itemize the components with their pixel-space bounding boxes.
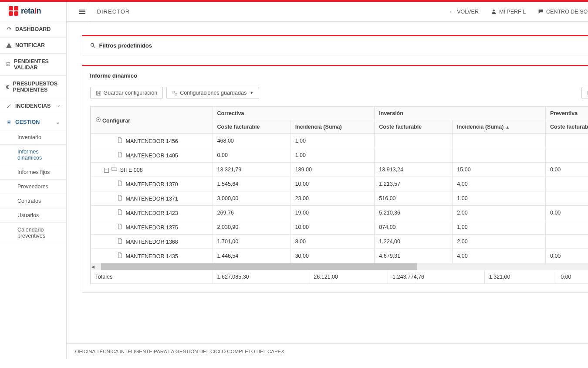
cell xyxy=(453,134,546,148)
saved-configs-button[interactable]: Configuraciones guardadas▼ xyxy=(166,87,259,99)
table-row[interactable]: MANTENEDOR 14050,001,00 xyxy=(91,148,588,163)
back-link[interactable]: ←VOLVER xyxy=(449,9,479,15)
file-icon xyxy=(117,238,123,244)
table-row[interactable]: MANTENEDOR 14351.446,5430,004.679,314,00… xyxy=(91,249,588,263)
profile-link[interactable]: MI PERFIL xyxy=(491,9,526,15)
col-inv-incidencia[interactable]: Incidencia (Suma)▲ xyxy=(453,120,546,134)
group-correctiva[interactable]: Correctiva xyxy=(213,107,375,120)
nav-incidencias[interactable]: INCIDENCIAS‹ xyxy=(0,98,66,114)
filters-toggle[interactable]: Filtros predefinidos ⌄ xyxy=(82,36,588,55)
cell: 19,00 xyxy=(291,206,375,220)
group-inversion[interactable]: Inversión xyxy=(375,107,546,120)
cell: 4,00 xyxy=(453,177,546,191)
nav-pendientes-validar[interactable]: PENDIENTES VALIDAR xyxy=(0,54,66,76)
nav-presupuestos[interactable]: €PRESUPUESTOS PENDIENTES xyxy=(0,76,66,98)
cell: 30,00 xyxy=(291,249,375,263)
table-row[interactable]: MANTENEDOR 13752.030,9010,00874,001,00 xyxy=(91,220,588,235)
subnav-calendario[interactable]: Calendario preventivos xyxy=(0,223,66,243)
subnav-informes-fijos[interactable]: Informes fijos xyxy=(0,165,66,180)
table-row[interactable]: −SITE 00813.321,79139,0013.913,2415,000,… xyxy=(91,163,588,177)
table-row[interactable]: MANTENEDOR 1456468,001,00 xyxy=(91,134,588,148)
svg-point-4 xyxy=(173,91,175,93)
cell xyxy=(545,191,588,206)
footer: OFICINA TÉCNICA INTELIGENTE PARA LA GEST… xyxy=(67,343,588,359)
cell: 0,00 xyxy=(545,206,588,220)
collapse-icon[interactable]: − xyxy=(104,168,109,173)
support-link[interactable]: CENTRO DE SOPORTE xyxy=(538,9,588,15)
cell: 1,00 xyxy=(453,191,546,206)
cell xyxy=(545,235,588,249)
table-row[interactable]: MANTENEDOR 13713.000,0023,00516,001,00 xyxy=(91,191,588,206)
subnav-contratos[interactable]: Contratos xyxy=(0,194,66,208)
report-panel: Informe dinámico Guardar configuración C… xyxy=(82,65,588,293)
cell: 15,00 xyxy=(453,163,546,177)
gear-icon xyxy=(95,117,101,123)
cell xyxy=(545,134,588,148)
subnav-usuarios[interactable]: Usuarios xyxy=(0,208,66,223)
cell: 0,00 xyxy=(213,148,291,163)
subnav-proveedores[interactable]: Proveedores xyxy=(0,180,66,194)
caret-down-icon: ▼ xyxy=(250,91,253,95)
cell: 23,00 xyxy=(291,191,375,206)
col-prev-coste[interactable]: Coste facturable xyxy=(545,120,588,134)
user-icon xyxy=(491,9,497,14)
col-corr-incidencia[interactable]: Incidencia (Suma) xyxy=(291,120,375,134)
cell: 2.030,90 xyxy=(213,220,291,235)
euro-icon: € xyxy=(6,84,10,90)
cell: 874,00 xyxy=(375,220,453,235)
scrollbar-thumb[interactable] xyxy=(101,263,417,270)
scroll-left-icon: ◀ xyxy=(91,265,96,269)
cell: 4,00 xyxy=(453,249,546,263)
hamburger-icon xyxy=(79,10,85,14)
cell: 1.446,54 xyxy=(213,249,291,263)
search-icon xyxy=(90,43,96,48)
cell: 13.913,24 xyxy=(375,163,453,177)
file-icon xyxy=(117,209,123,215)
cell: 1.701,00 xyxy=(213,235,291,249)
cell: 1,00 xyxy=(291,148,375,163)
col-corr-coste[interactable]: Coste facturable xyxy=(213,120,291,134)
horizontal-scrollbar[interactable]: ◀ ▶ xyxy=(91,263,588,270)
cell: 1.545,64 xyxy=(213,177,291,191)
cell: 1,00 xyxy=(291,134,375,148)
totals-prev-cost: 0,00 xyxy=(556,270,588,284)
subnav-inventario[interactable]: Inventario xyxy=(0,130,66,145)
totals-corr-cost: 1.627.085,30 xyxy=(213,270,309,284)
svg-point-6 xyxy=(97,119,98,120)
cell: 0,00 xyxy=(545,249,588,263)
nav-notificar[interactable]: NOTIFICAR xyxy=(0,37,66,54)
wrench-icon xyxy=(6,103,12,109)
cell xyxy=(545,220,588,235)
save-config-button[interactable]: Guardar configuración xyxy=(90,87,163,99)
report-title: Informe dinámico xyxy=(90,72,588,79)
table-row[interactable]: MANTENEDOR 13701.545,6410,001.213,574,00 xyxy=(91,177,588,191)
subnav-informes-dinamicos[interactable]: Informes dinámicos xyxy=(0,145,66,165)
configure-header[interactable]: Configurar xyxy=(91,107,213,134)
totals-label: Totales xyxy=(91,270,213,284)
cell: 1.224,00 xyxy=(375,235,453,249)
cell xyxy=(453,148,546,163)
totals-row: Totales 1.627.085,30 26.121,00 1.243.774… xyxy=(91,270,588,284)
export-excel-button[interactable]: Excel xyxy=(581,87,588,99)
cell: 2,00 xyxy=(453,235,546,249)
arrow-left-icon: ← xyxy=(449,9,455,15)
sort-asc-icon: ▲ xyxy=(505,125,510,129)
group-preventiva[interactable]: Preventiva xyxy=(545,107,588,120)
comment-icon xyxy=(538,9,544,14)
footer-tagline: OFICINA TÉCNICA INTELIGENTE PARA LA GEST… xyxy=(75,349,284,354)
cell: 5.210,36 xyxy=(375,206,453,220)
col-inv-coste[interactable]: Coste facturable xyxy=(375,120,453,134)
sidebar: retain DASHBOARD NOTIFICAR PENDIENTES VA… xyxy=(0,2,67,359)
logo-icon xyxy=(9,6,18,16)
cell: 13.321,79 xyxy=(213,163,291,177)
nav-dashboard[interactable]: DASHBOARD xyxy=(0,21,66,37)
cell xyxy=(375,134,453,148)
nav-gestion[interactable]: GESTION⌄ xyxy=(0,114,66,130)
chevron-left-icon: ‹ xyxy=(58,103,60,109)
menu-toggle[interactable] xyxy=(75,2,90,22)
table-row[interactable]: MANTENEDOR 13681.701,008,001.224,002,00 xyxy=(91,235,588,249)
header: DIRECTOR ←VOLVER MI PERFIL CENTRO DE SOP… xyxy=(67,2,588,22)
save-icon xyxy=(96,90,101,96)
cell: 10,00 xyxy=(291,177,375,191)
table-row[interactable]: MANTENEDOR 1423269,7619,005.210,362,000,… xyxy=(91,206,588,220)
